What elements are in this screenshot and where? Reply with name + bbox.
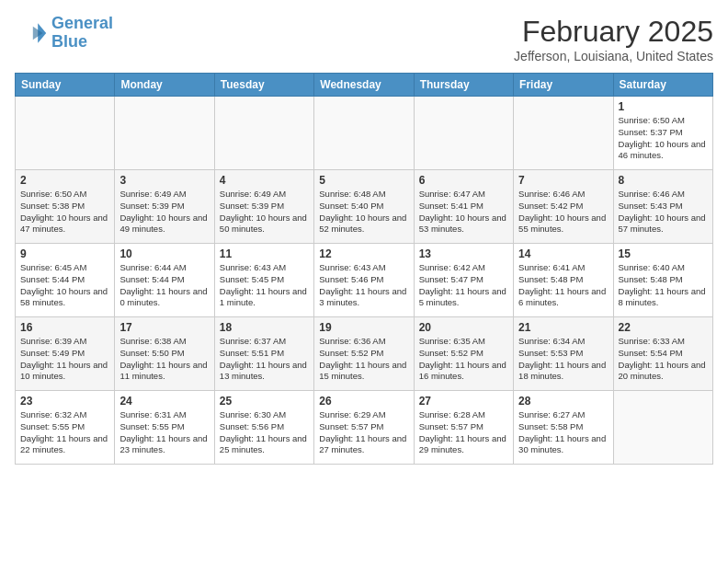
day-number: 20 bbox=[419, 321, 508, 334]
weekday-monday: Monday bbox=[115, 74, 214, 97]
day-info: Sunrise: 6:45 AM Sunset: 5:44 PM Dayligh… bbox=[20, 262, 109, 309]
week-row-5: 23Sunrise: 6:32 AM Sunset: 5:55 PM Dayli… bbox=[16, 391, 713, 465]
day-cell bbox=[414, 97, 513, 170]
day-info: Sunrise: 6:43 AM Sunset: 5:46 PM Dayligh… bbox=[319, 262, 408, 309]
day-info: Sunrise: 6:35 AM Sunset: 5:52 PM Dayligh… bbox=[419, 336, 508, 383]
day-cell: 6Sunrise: 6:47 AM Sunset: 5:41 PM Daylig… bbox=[414, 170, 513, 244]
day-info: Sunrise: 6:28 AM Sunset: 5:57 PM Dayligh… bbox=[419, 409, 508, 456]
day-cell: 4Sunrise: 6:49 AM Sunset: 5:39 PM Daylig… bbox=[214, 170, 313, 244]
day-number: 10 bbox=[119, 247, 209, 260]
day-cell bbox=[314, 97, 414, 170]
day-cell: 28Sunrise: 6:27 AM Sunset: 5:58 PM Dayli… bbox=[514, 391, 613, 465]
page-header: General Blue February 2025 Jefferson, Lo… bbox=[15, 15, 713, 63]
day-cell bbox=[16, 97, 115, 170]
month-title: February 2025 bbox=[514, 15, 713, 49]
day-number: 22 bbox=[619, 321, 708, 334]
day-cell: 25Sunrise: 6:30 AM Sunset: 5:56 PM Dayli… bbox=[214, 391, 313, 465]
day-number: 17 bbox=[119, 321, 209, 334]
day-cell: 12Sunrise: 6:43 AM Sunset: 5:46 PM Dayli… bbox=[314, 244, 414, 317]
day-info: Sunrise: 6:37 AM Sunset: 5:51 PM Dayligh… bbox=[220, 336, 309, 383]
day-cell bbox=[613, 391, 712, 465]
day-info: Sunrise: 6:27 AM Sunset: 5:58 PM Dayligh… bbox=[518, 409, 608, 456]
day-cell bbox=[514, 97, 613, 170]
day-cell bbox=[115, 97, 214, 170]
day-info: Sunrise: 6:46 AM Sunset: 5:42 PM Dayligh… bbox=[518, 189, 608, 236]
weekday-thursday: Thursday bbox=[414, 74, 513, 97]
day-number: 24 bbox=[119, 395, 209, 408]
day-info: Sunrise: 6:30 AM Sunset: 5:56 PM Dayligh… bbox=[220, 409, 309, 456]
logo-icon bbox=[15, 17, 48, 50]
day-cell: 17Sunrise: 6:38 AM Sunset: 5:50 PM Dayli… bbox=[115, 317, 214, 391]
day-cell: 7Sunrise: 6:46 AM Sunset: 5:42 PM Daylig… bbox=[514, 170, 613, 244]
day-cell: 1Sunrise: 6:50 AM Sunset: 5:37 PM Daylig… bbox=[613, 97, 712, 170]
day-cell: 26Sunrise: 6:29 AM Sunset: 5:57 PM Dayli… bbox=[314, 391, 414, 465]
weekday-header-row: SundayMondayTuesdayWednesdayThursdayFrid… bbox=[16, 74, 713, 97]
day-number: 25 bbox=[220, 395, 309, 408]
day-cell: 19Sunrise: 6:36 AM Sunset: 5:52 PM Dayli… bbox=[314, 317, 414, 391]
weekday-friday: Friday bbox=[514, 74, 613, 97]
day-cell: 13Sunrise: 6:42 AM Sunset: 5:47 PM Dayli… bbox=[414, 244, 513, 317]
day-cell: 2Sunrise: 6:50 AM Sunset: 5:38 PM Daylig… bbox=[16, 170, 115, 244]
day-cell: 18Sunrise: 6:37 AM Sunset: 5:51 PM Dayli… bbox=[214, 317, 313, 391]
day-info: Sunrise: 6:33 AM Sunset: 5:54 PM Dayligh… bbox=[619, 336, 708, 383]
day-number: 19 bbox=[319, 321, 408, 334]
day-cell: 11Sunrise: 6:43 AM Sunset: 5:45 PM Dayli… bbox=[214, 244, 313, 317]
day-cell: 15Sunrise: 6:40 AM Sunset: 5:48 PM Dayli… bbox=[613, 244, 712, 317]
title-block: February 2025 Jefferson, Louisiana, Unit… bbox=[514, 15, 713, 63]
day-cell: 23Sunrise: 6:32 AM Sunset: 5:55 PM Dayli… bbox=[16, 391, 115, 465]
day-info: Sunrise: 6:49 AM Sunset: 5:39 PM Dayligh… bbox=[220, 189, 309, 236]
day-info: Sunrise: 6:43 AM Sunset: 5:45 PM Dayligh… bbox=[220, 262, 309, 309]
day-info: Sunrise: 6:44 AM Sunset: 5:44 PM Dayligh… bbox=[119, 262, 209, 309]
day-info: Sunrise: 6:38 AM Sunset: 5:50 PM Dayligh… bbox=[119, 336, 209, 383]
day-cell bbox=[214, 97, 313, 170]
week-row-4: 16Sunrise: 6:39 AM Sunset: 5:49 PM Dayli… bbox=[16, 317, 713, 391]
day-number: 8 bbox=[619, 174, 708, 187]
week-row-3: 9Sunrise: 6:45 AM Sunset: 5:44 PM Daylig… bbox=[16, 244, 713, 317]
day-number: 9 bbox=[20, 247, 109, 260]
day-number: 4 bbox=[220, 174, 309, 187]
day-number: 16 bbox=[20, 321, 109, 334]
day-info: Sunrise: 6:41 AM Sunset: 5:48 PM Dayligh… bbox=[518, 262, 608, 309]
weekday-saturday: Saturday bbox=[613, 74, 712, 97]
day-cell: 10Sunrise: 6:44 AM Sunset: 5:44 PM Dayli… bbox=[115, 244, 214, 317]
day-cell: 9Sunrise: 6:45 AM Sunset: 5:44 PM Daylig… bbox=[16, 244, 115, 317]
day-number: 2 bbox=[20, 174, 109, 187]
day-cell: 5Sunrise: 6:48 AM Sunset: 5:40 PM Daylig… bbox=[314, 170, 414, 244]
day-info: Sunrise: 6:29 AM Sunset: 5:57 PM Dayligh… bbox=[319, 409, 408, 456]
location: Jefferson, Louisiana, United States bbox=[514, 49, 713, 63]
day-number: 27 bbox=[419, 395, 508, 408]
day-cell: 24Sunrise: 6:31 AM Sunset: 5:55 PM Dayli… bbox=[115, 391, 214, 465]
day-info: Sunrise: 6:32 AM Sunset: 5:55 PM Dayligh… bbox=[20, 409, 109, 456]
weekday-wednesday: Wednesday bbox=[314, 74, 414, 97]
day-cell: 20Sunrise: 6:35 AM Sunset: 5:52 PM Dayli… bbox=[414, 317, 513, 391]
logo-text: General Blue bbox=[51, 15, 113, 52]
day-cell: 16Sunrise: 6:39 AM Sunset: 5:49 PM Dayli… bbox=[16, 317, 115, 391]
weekday-sunday: Sunday bbox=[16, 74, 115, 97]
day-info: Sunrise: 6:46 AM Sunset: 5:43 PM Dayligh… bbox=[619, 189, 708, 236]
day-cell: 8Sunrise: 6:46 AM Sunset: 5:43 PM Daylig… bbox=[613, 170, 712, 244]
day-number: 11 bbox=[220, 247, 309, 260]
logo-line1: General bbox=[51, 14, 113, 32]
day-number: 28 bbox=[518, 395, 608, 408]
day-info: Sunrise: 6:39 AM Sunset: 5:49 PM Dayligh… bbox=[20, 336, 109, 383]
day-number: 15 bbox=[619, 247, 708, 260]
logo: General Blue bbox=[15, 15, 113, 52]
logo-line2: Blue bbox=[51, 32, 87, 51]
day-cell: 27Sunrise: 6:28 AM Sunset: 5:57 PM Dayli… bbox=[414, 391, 513, 465]
day-number: 7 bbox=[518, 174, 608, 187]
calendar: SundayMondayTuesdayWednesdayThursdayFrid… bbox=[15, 73, 713, 465]
day-info: Sunrise: 6:36 AM Sunset: 5:52 PM Dayligh… bbox=[319, 336, 408, 383]
week-row-1: 1Sunrise: 6:50 AM Sunset: 5:37 PM Daylig… bbox=[16, 97, 713, 170]
day-info: Sunrise: 6:50 AM Sunset: 5:38 PM Dayligh… bbox=[20, 189, 109, 236]
day-number: 13 bbox=[419, 247, 508, 260]
day-number: 18 bbox=[220, 321, 309, 334]
day-info: Sunrise: 6:40 AM Sunset: 5:48 PM Dayligh… bbox=[619, 262, 708, 309]
day-number: 23 bbox=[20, 395, 109, 408]
day-number: 21 bbox=[518, 321, 608, 334]
day-info: Sunrise: 6:50 AM Sunset: 5:37 PM Dayligh… bbox=[619, 115, 708, 162]
day-number: 1 bbox=[619, 100, 708, 113]
day-info: Sunrise: 6:47 AM Sunset: 5:41 PM Dayligh… bbox=[419, 189, 508, 236]
day-number: 14 bbox=[518, 247, 608, 260]
day-info: Sunrise: 6:31 AM Sunset: 5:55 PM Dayligh… bbox=[119, 409, 209, 456]
day-info: Sunrise: 6:42 AM Sunset: 5:47 PM Dayligh… bbox=[419, 262, 508, 309]
